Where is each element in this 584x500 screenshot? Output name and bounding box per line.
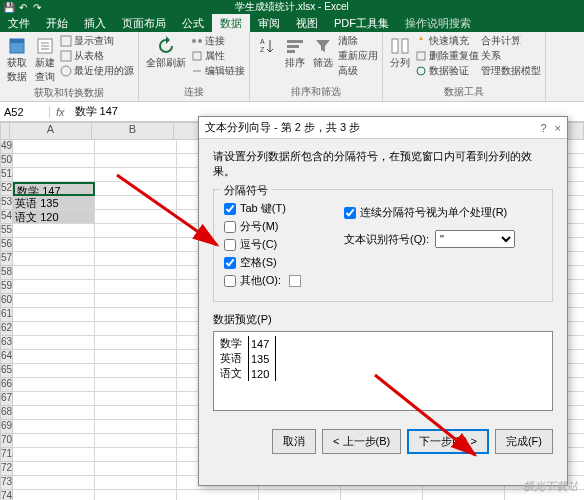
cell[interactable]: [13, 140, 95, 154]
row-header[interactable]: 56: [0, 238, 13, 252]
cell[interactable]: [95, 350, 177, 364]
row-header[interactable]: 73: [0, 476, 13, 490]
cell[interactable]: 数学 147: [13, 182, 95, 196]
row-header[interactable]: 54: [0, 210, 13, 224]
finish-button[interactable]: 完成(F): [495, 429, 553, 454]
cell[interactable]: [13, 476, 95, 490]
space-checkbox[interactable]: [224, 257, 236, 269]
row-header[interactable]: 49: [0, 140, 13, 154]
row-header[interactable]: 59: [0, 280, 13, 294]
cell[interactable]: [95, 308, 177, 322]
cell[interactable]: [177, 490, 259, 500]
column-header[interactable]: A: [10, 122, 92, 140]
row-header[interactable]: 67: [0, 392, 13, 406]
cell[interactable]: [13, 364, 95, 378]
cell[interactable]: [95, 420, 177, 434]
tab-pdf[interactable]: PDF工具集: [326, 14, 397, 33]
cell[interactable]: [13, 168, 95, 182]
advanced-button[interactable]: 高级: [338, 64, 378, 78]
sort-az-button[interactable]: AZ: [254, 34, 280, 78]
cell[interactable]: [95, 154, 177, 168]
tab-file[interactable]: 文件: [0, 14, 38, 33]
cell[interactable]: [13, 490, 95, 500]
row-header[interactable]: 57: [0, 252, 13, 266]
back-button[interactable]: < 上一步(B): [322, 429, 401, 454]
new-query-button[interactable]: 新建 查询: [32, 34, 58, 86]
cell[interactable]: [95, 490, 177, 500]
flash-fill-button[interactable]: 快速填充: [415, 34, 479, 48]
cancel-button[interactable]: 取消: [272, 429, 316, 454]
row-header[interactable]: 66: [0, 378, 13, 392]
row-header[interactable]: 69: [0, 420, 13, 434]
row-header[interactable]: 65: [0, 364, 13, 378]
cell[interactable]: 英语 135: [13, 196, 95, 210]
cell[interactable]: [13, 154, 95, 168]
cell[interactable]: [13, 294, 95, 308]
cell[interactable]: [341, 490, 423, 500]
tab-layout[interactable]: 页面布局: [114, 14, 174, 33]
tab-formula[interactable]: 公式: [174, 14, 212, 33]
other-checkbox[interactable]: [224, 275, 236, 287]
text-to-columns-button[interactable]: 分列: [387, 34, 413, 78]
cell[interactable]: [259, 490, 341, 500]
cell[interactable]: [13, 224, 95, 238]
cell[interactable]: [423, 490, 505, 500]
consecutive-checkbox[interactable]: [344, 207, 356, 219]
row-header[interactable]: 61: [0, 308, 13, 322]
row-header[interactable]: 74: [0, 490, 13, 500]
row-header[interactable]: 50: [0, 154, 13, 168]
refresh-all-button[interactable]: 全部刷新: [143, 34, 189, 78]
cell[interactable]: [13, 434, 95, 448]
cell[interactable]: [13, 280, 95, 294]
sort-button[interactable]: 排序: [282, 34, 308, 78]
properties-button[interactable]: 属性: [191, 49, 245, 63]
cell[interactable]: [95, 294, 177, 308]
row-header[interactable]: 52: [0, 182, 13, 196]
text-qualifier-select[interactable]: ": [435, 230, 515, 248]
cell[interactable]: [13, 406, 95, 420]
cell[interactable]: [13, 350, 95, 364]
comma-checkbox[interactable]: [224, 239, 236, 251]
cell[interactable]: [13, 462, 95, 476]
cell[interactable]: [13, 378, 95, 392]
name-box[interactable]: A52: [0, 106, 50, 118]
cell[interactable]: [95, 406, 177, 420]
cell[interactable]: [13, 336, 95, 350]
cell[interactable]: [95, 434, 177, 448]
cell[interactable]: [95, 224, 177, 238]
cell[interactable]: [95, 266, 177, 280]
remove-duplicates-button[interactable]: 删除重复值: [415, 49, 479, 63]
cell[interactable]: [13, 308, 95, 322]
tab-review[interactable]: 审阅: [250, 14, 288, 33]
cell[interactable]: [13, 392, 95, 406]
help-icon[interactable]: ?: [540, 122, 546, 134]
cell[interactable]: [95, 322, 177, 336]
edit-links-button[interactable]: 编辑链接: [191, 64, 245, 78]
clear-button[interactable]: 清除: [338, 34, 378, 48]
cell[interactable]: [95, 238, 177, 252]
row-header[interactable]: 55: [0, 224, 13, 238]
cell[interactable]: [95, 140, 177, 154]
save-icon[interactable]: 💾: [4, 2, 14, 12]
next-button[interactable]: 下一步(N) >: [407, 429, 489, 454]
cell[interactable]: [95, 168, 177, 182]
row-header[interactable]: 71: [0, 448, 13, 462]
row-header[interactable]: 51: [0, 168, 13, 182]
redo-icon[interactable]: ↷: [32, 2, 42, 12]
tab-home[interactable]: 开始: [38, 14, 76, 33]
fx-icon[interactable]: fx: [50, 106, 71, 118]
row-header[interactable]: 60: [0, 294, 13, 308]
cell[interactable]: [13, 238, 95, 252]
cell[interactable]: [13, 448, 95, 462]
filter-button[interactable]: 筛选: [310, 34, 336, 78]
row-header[interactable]: 70: [0, 434, 13, 448]
data-validation-button[interactable]: 数据验证: [415, 64, 479, 78]
select-all-corner[interactable]: [0, 122, 10, 140]
row-header[interactable]: 64: [0, 350, 13, 364]
recent-sources-button[interactable]: 最近使用的源: [60, 64, 134, 78]
cell[interactable]: [13, 252, 95, 266]
cell[interactable]: [13, 266, 95, 280]
close-icon[interactable]: ×: [555, 122, 561, 134]
tab-data[interactable]: 数据: [212, 14, 250, 33]
row-header[interactable]: 72: [0, 462, 13, 476]
